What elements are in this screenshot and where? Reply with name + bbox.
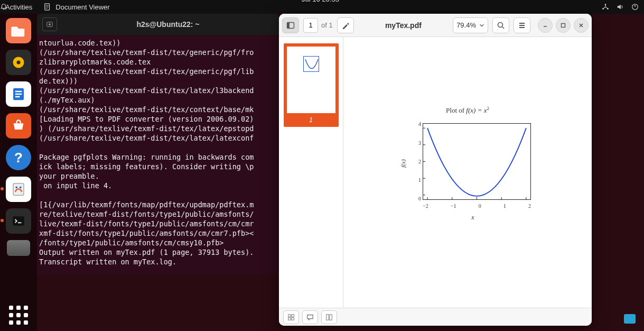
- annotate-button[interactable]: [337, 17, 354, 33]
- svg-rect-31: [292, 314, 294, 316]
- page-number-input[interactable]: [303, 18, 318, 33]
- ubuntu-software-icon[interactable]: [6, 113, 31, 139]
- svg-rect-17: [287, 22, 290, 28]
- svg-rect-9: [15, 94, 22, 95]
- terminal-window: h2s@Ubuntu22: ~ ntourlua.code.tex)) (/us…: [37, 14, 279, 275]
- view-thumbnails-button[interactable]: [283, 310, 299, 324]
- menu-button[interactable]: [514, 17, 530, 33]
- svg-point-12: [15, 186, 17, 188]
- view-annotations-button[interactable]: [302, 310, 318, 324]
- zoom-selector[interactable]: 79.4%: [453, 17, 488, 33]
- terminal-title: h2s@Ubuntu22: ~: [62, 20, 274, 29]
- document-viewer-app-icon[interactable]: [6, 177, 31, 202]
- document-title: myTex.pdf: [358, 21, 449, 30]
- document-view[interactable]: Plot of f(x) = x2 f(x) 0 1 2 3 4: [343, 37, 592, 308]
- thumbnail-preview: [303, 56, 319, 72]
- minimize-button[interactable]: [538, 18, 553, 33]
- disk-app-icon[interactable]: [7, 240, 30, 256]
- svg-rect-33: [292, 317, 294, 319]
- terminal-app-icon[interactable]: [6, 208, 31, 234]
- y-axis-label: f(x): [400, 160, 406, 168]
- svg-rect-34: [326, 314, 329, 320]
- x-axis-label: x: [409, 214, 536, 222]
- plot: Plot of f(x) = x2 f(x) 0 1 2 3 4: [394, 106, 542, 213]
- search-button[interactable]: [492, 17, 509, 33]
- terminal-output[interactable]: ntourlua.code.tex)) (/usr/share/texlive/…: [37, 35, 279, 270]
- svg-point-18: [498, 22, 503, 27]
- new-tab-button[interactable]: [42, 17, 57, 31]
- plot-title: Plot of f(x) = x2: [394, 106, 542, 115]
- toggle-sidebar-button[interactable]: [282, 17, 299, 33]
- thumbnail-sidebar: 1: [279, 37, 343, 308]
- terminal-titlebar[interactable]: h2s@Ubuntu22: ~: [37, 14, 279, 35]
- svg-rect-30: [288, 314, 291, 316]
- svg-rect-10: [15, 96, 20, 98]
- viewer-footer: [279, 308, 592, 326]
- show-applications-button[interactable]: [9, 306, 28, 325]
- rhythmbox-app-icon[interactable]: [6, 50, 31, 75]
- view-outline-button[interactable]: [321, 310, 337, 324]
- svg-rect-32: [288, 317, 291, 319]
- maximize-button[interactable]: [556, 18, 571, 33]
- plot-axes: [423, 123, 531, 200]
- page-thumbnail[interactable]: 1: [284, 43, 339, 127]
- x-ticks: −2 −1 0 1 2: [423, 203, 531, 209]
- document-viewer-window: of 1 myTex.pdf 79.4%: [279, 14, 592, 326]
- files-app-icon[interactable]: [6, 18, 31, 43]
- page-navigator: of 1: [303, 18, 333, 33]
- svg-point-6: [17, 61, 21, 65]
- svg-rect-19: [562, 23, 565, 27]
- viewer-header: of 1 myTex.pdf 79.4%: [279, 14, 592, 37]
- svg-rect-14: [13, 216, 24, 225]
- clock[interactable]: Jul 16 20:55: [298, 0, 342, 3]
- y-ticks: 0 1 2 3 4: [412, 121, 421, 201]
- page-total-label: of 1: [321, 21, 333, 29]
- dock: ?: [0, 14, 37, 331]
- svg-rect-35: [330, 314, 332, 320]
- thumbnail-number: 1: [309, 116, 313, 124]
- libreoffice-writer-icon[interactable]: [6, 81, 31, 107]
- chevron-down-icon: [479, 23, 484, 28]
- close-button[interactable]: [574, 18, 589, 33]
- zoom-value: 79.4%: [456, 21, 476, 29]
- top-bar: Activities Document Viewer Jul 16 20:55: [0, 0, 644, 14]
- notification-bubble-icon[interactable]: [624, 314, 636, 324]
- svg-point-13: [20, 186, 22, 188]
- help-app-icon[interactable]: ?: [6, 145, 31, 170]
- svg-rect-8: [15, 91, 22, 93]
